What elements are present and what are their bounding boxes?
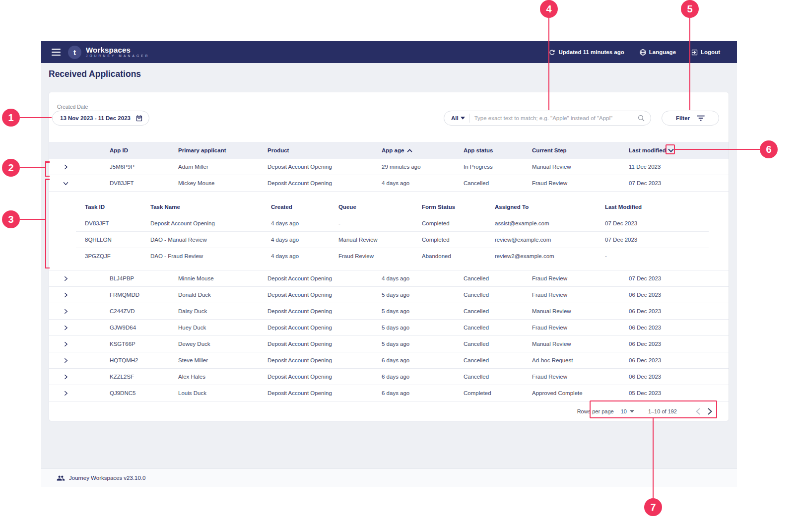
subcell-task-id: 3PGZQJF [85, 253, 150, 259]
expand-row-button[interactable] [60, 387, 71, 399]
callout-bracket-2-tick [45, 161, 50, 163]
cell-primary-applicant: Adam Miller [178, 164, 267, 170]
callout-line-4 [548, 18, 550, 110]
cell-app-id: HQTQMH2 [110, 357, 178, 363]
cell-last-modified: 11 Dec 2023 [629, 164, 729, 170]
cell-last-modified: 06 Dec 2023 [629, 374, 729, 380]
chevron-right-icon [63, 357, 69, 364]
language-button[interactable]: Language [639, 49, 676, 56]
filter-button[interactable]: Filter [662, 111, 719, 126]
search-scope-dropdown[interactable]: All [444, 115, 469, 121]
table-row: GJW9D64 Huey Duck Deposit Account Openin… [49, 320, 729, 336]
expand-row-button[interactable] [60, 371, 71, 383]
app-footer: Journey Workspaces v23.10.0 [41, 468, 737, 487]
subcell-form-status: Abandoned [422, 253, 495, 259]
expand-row-button[interactable] [60, 177, 71, 189]
expand-row-button[interactable] [60, 272, 71, 284]
expand-row-button[interactable] [60, 161, 71, 173]
subcell-task-name: Deposit Account Opening [150, 220, 271, 226]
expand-row-button[interactable] [60, 305, 71, 317]
subheader-assigned-to: Assigned To [495, 204, 605, 210]
cell-product: Deposit Account Opening [267, 164, 382, 170]
cell-product: Deposit Account Opening [267, 341, 382, 347]
search-input[interactable] [469, 115, 637, 121]
refresh-status-button[interactable]: Updated 11 minutes ago [548, 49, 624, 56]
cell-current-step: Approved Complete [532, 390, 629, 396]
subtable-row: DV83JFT Deposit Account Opening 4 days a… [76, 215, 709, 231]
header-last-modified-label: Last modified [629, 147, 666, 153]
table-row: DV83JFT Mickey Mouse Deposit Account Ope… [49, 175, 729, 192]
cell-current-step: Fraud Review [532, 374, 629, 380]
cell-app-status: Cancelled [464, 180, 532, 186]
cell-app-id: J5M6P9P [110, 164, 178, 170]
cell-current-step: Ad-hoc Request [532, 357, 629, 363]
callout-bracket-2 [45, 161, 47, 177]
table-row: KZZL2SF Alex Hales Deposit Account Openi… [49, 369, 729, 385]
cell-primary-applicant: Dewey Duck [178, 341, 267, 347]
subcell-created: 4 days ago [271, 237, 338, 243]
cell-app-id: DV83JFT [110, 180, 178, 186]
brand-name: Workspaces [86, 46, 150, 54]
header-primary-applicant[interactable]: Primary applicant [178, 147, 267, 153]
subcell-last-modified: - [605, 253, 709, 259]
expand-row-button[interactable] [60, 322, 71, 333]
hamburger-menu-button[interactable] [52, 49, 61, 56]
header-app-id[interactable]: App ID [110, 147, 178, 153]
brand-subtitle: JOURNEY MANAGER [86, 55, 150, 58]
header-app-age[interactable]: App age [382, 147, 464, 153]
subcell-assigned-to: assist@example.com [495, 220, 605, 226]
row-expand-cell [49, 338, 110, 350]
cell-product: Deposit Account Opening [267, 308, 382, 314]
expand-row-button[interactable] [60, 354, 71, 366]
cell-product: Deposit Account Opening [267, 357, 382, 363]
cell-app-age: 6 days ago [382, 374, 464, 380]
cell-last-modified: 06 Dec 2023 [629, 325, 729, 331]
cell-app-id: QJ9DNC5 [110, 390, 178, 396]
cell-app-status: Cancelled [464, 308, 532, 314]
chevron-right-icon [63, 292, 69, 298]
table-row: QJ9DNC5 Louis Duck Deposit Account Openi… [49, 385, 729, 401]
subcell-form-status: Completed [422, 220, 495, 226]
table-header-row: App ID Primary applicant Product App age… [49, 142, 729, 159]
header-app-age-label: App age [382, 147, 404, 153]
logout-button[interactable]: Logout [691, 49, 720, 56]
cell-product: Deposit Account Opening [267, 374, 382, 380]
header-app-status[interactable]: App status [464, 147, 532, 153]
cell-app-id: KZZL2SF [110, 374, 178, 380]
updated-label: Updated 11 minutes ago [558, 49, 624, 55]
cell-app-status: Cancelled [464, 292, 532, 298]
chevron-right-icon [63, 180, 69, 187]
subcell-task-name: DAO - Manual Review [150, 237, 271, 243]
callout-bracket-2-tick [45, 176, 50, 177]
cell-last-modified: 06 Dec 2023 [629, 308, 729, 314]
caret-down-icon [461, 117, 465, 120]
cell-product: Deposit Account Opening [267, 275, 382, 281]
expanded-task-panel: Task ID Task Name Created Queue Form Sta… [49, 192, 729, 270]
subcell-queue: - [338, 220, 422, 226]
cell-current-step: Manual Review [532, 341, 629, 347]
header-current-step[interactable]: Current Step [532, 147, 629, 153]
table-row: J5M6P9P Adam Miller Deposit Account Open… [49, 159, 729, 175]
subcell-task-name: DAO - Fraud Review [150, 253, 271, 259]
subcell-last-modified: 07 Dec 2023 [605, 220, 709, 226]
cell-app-age: 5 days ago [382, 292, 464, 298]
cell-app-status: Completed [464, 390, 532, 396]
expand-row-button[interactable] [60, 289, 71, 301]
cell-product: Deposit Account Opening [267, 180, 382, 186]
cell-primary-applicant: Donald Duck [178, 292, 267, 298]
expand-row-button[interactable] [60, 338, 71, 350]
cell-last-modified: 07 Dec 2023 [629, 275, 729, 281]
callout-badge-4: 4 [540, 0, 558, 18]
subcell-form-status: Completed [422, 237, 495, 243]
created-date-range-button[interactable]: 13 Nov 2023 - 11 Dec 2023 [52, 111, 149, 126]
subcell-assigned-to: review2@example.com [495, 253, 605, 259]
subcell-task-id: DV83JFT [85, 220, 150, 226]
filter-icon [697, 115, 705, 121]
subcell-created: 4 days ago [271, 253, 338, 259]
cell-last-modified: 06 Dec 2023 [629, 357, 729, 363]
chevron-right-icon [63, 164, 69, 170]
cell-app-status: In Progress [464, 164, 532, 170]
header-product[interactable]: Product [267, 147, 382, 153]
globe-icon [639, 49, 647, 56]
filter-button-label: Filter [676, 115, 690, 121]
